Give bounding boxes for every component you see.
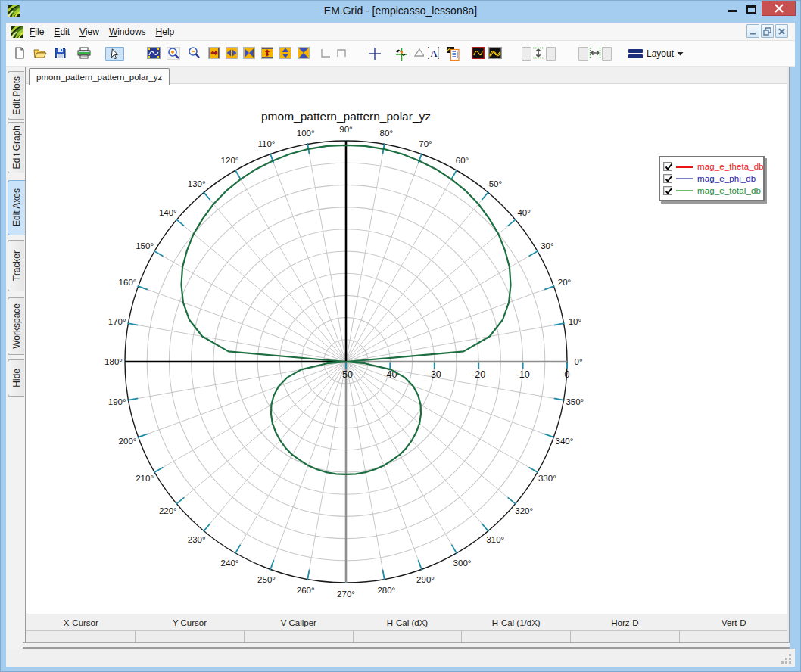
legend-checkbox[interactable] [663, 186, 672, 195]
cursor-value-cell [136, 631, 245, 643]
svg-text:330°: 330° [538, 474, 556, 483]
crosshair-button[interactable] [369, 41, 381, 67]
mdi-restore-button[interactable] [761, 24, 774, 38]
svg-text:10°: 10° [569, 317, 581, 326]
fit-width-left-button[interactable] [578, 41, 588, 67]
plot-window-button[interactable] [472, 41, 485, 67]
shrink-x-icon [226, 47, 238, 61]
sidebar-tab-edit-graph[interactable]: Edit Graph [8, 122, 24, 173]
legend-line-sample [676, 190, 693, 191]
sidebar-tab-tracker[interactable]: Tracker [8, 240, 24, 291]
svg-text:270°: 270° [337, 590, 355, 599]
menu-view[interactable]: View [79, 26, 99, 37]
svg-text:30°: 30° [541, 241, 553, 250]
child-window-bottom-border [23, 642, 790, 649]
shrink-x-button[interactable] [226, 41, 238, 67]
document-tab[interactable]: pmom_pattern_pattern_polar_yz [29, 68, 170, 85]
mdi-minimize-button[interactable] [746, 24, 759, 38]
expand-y-button[interactable] [261, 41, 273, 67]
text-label-button[interactable]: A [428, 41, 439, 67]
zoom-out-button[interactable] [188, 41, 201, 67]
zoom-in-button[interactable] [167, 41, 182, 67]
plot-report-button[interactable] [447, 41, 460, 67]
print-icon [77, 47, 91, 61]
sidebar-tab-hide[interactable]: Hide [8, 359, 24, 397]
svg-text:80°: 80° [380, 129, 393, 138]
legend-line-sample [676, 178, 693, 179]
close-button[interactable] [762, 0, 796, 16]
compress-y-button[interactable] [298, 41, 310, 67]
cursor-value-cell [26, 631, 136, 643]
save-button[interactable] [55, 41, 66, 67]
svg-text:0: 0 [565, 369, 570, 380]
expand-x-button[interactable] [208, 41, 220, 67]
menu-windows[interactable]: Windows [109, 26, 146, 37]
compress-y-icon [298, 47, 310, 61]
shrink-y-button[interactable] [279, 41, 291, 67]
cursor-column-label: H-Cal (1/dX) [462, 618, 571, 627]
svg-text:-30: -30 [428, 369, 441, 380]
text-label-icon: A [428, 47, 439, 61]
svg-text:230°: 230° [188, 535, 206, 544]
svg-text:200°: 200° [119, 437, 137, 446]
resize-grip[interactable] [781, 654, 792, 664]
cursor-value-cell [354, 631, 463, 643]
menu-help[interactable]: Help [156, 26, 175, 37]
fit-height-button[interactable] [532, 41, 544, 67]
svg-text:170°: 170° [108, 317, 126, 326]
svg-text:0°: 0° [575, 357, 583, 366]
menu-file[interactable]: File [30, 26, 44, 37]
chart-title: pmom_pattern_pattern_polar_yz [261, 110, 431, 123]
fit-width-button[interactable] [589, 41, 601, 67]
triangle-marker-button[interactable] [414, 41, 424, 67]
sidebar-tab-workspace[interactable]: Workspace [8, 297, 24, 355]
fit-width-right-button[interactable] [602, 41, 612, 67]
layout-button[interactable]: Layout [628, 41, 684, 67]
svg-text:70°: 70° [419, 139, 432, 148]
compress-x-button[interactable] [243, 41, 255, 67]
sidebar-tab-label: Edit Plots [11, 76, 22, 115]
svg-text:320°: 320° [515, 506, 533, 515]
cursor-value-cell [245, 631, 354, 643]
fit-height-left-button[interactable] [522, 41, 531, 67]
svg-text:250°: 250° [257, 575, 276, 584]
svg-text:290°: 290° [416, 575, 435, 584]
new-document-button[interactable] [14, 41, 25, 67]
plot-window-icon [472, 47, 485, 61]
corner-top-button[interactable] [336, 41, 347, 67]
maximize-button[interactable] [740, 0, 763, 16]
menu-edit[interactable]: Edit [54, 26, 70, 37]
toolbar: ALayout [6, 41, 795, 67]
fit-height-right-button[interactable] [546, 41, 556, 67]
chevron-down-icon [677, 51, 684, 56]
corner-bottom-button[interactable] [320, 41, 331, 67]
cursor-value-cell [680, 631, 788, 643]
legend-box[interactable]: mag_e_theta_dbmag_e_phi_dbmag_e_total_db [659, 156, 765, 201]
fit-plot-button[interactable] [147, 41, 161, 67]
cursor-column-label: Y-Cursor [136, 618, 245, 627]
plots-overlay-button[interactable] [488, 41, 502, 67]
fit-plot-icon [147, 47, 161, 61]
print-button[interactable] [77, 41, 91, 67]
svg-text:-20: -20 [472, 369, 485, 380]
legend-line-sample [676, 166, 693, 168]
svg-text:A: A [431, 48, 438, 59]
legend-checkbox[interactable] [663, 162, 672, 171]
svg-text:310°: 310° [486, 535, 504, 544]
cursor-column-label: Horz-D [571, 618, 680, 627]
open-file-icon [33, 47, 47, 61]
sidebar-tab-label: Edit Axes [11, 188, 22, 226]
fit-width-right-icon [602, 47, 612, 61]
fit-height-right-icon [546, 47, 556, 61]
cursor-column-label: Vert-D [679, 618, 788, 627]
plot-area[interactable]: -50-40-30-20-1000°10°20°30°40°50°60°70°8… [26, 84, 788, 614]
corner-top-icon [336, 47, 347, 61]
open-file-button[interactable] [33, 41, 47, 67]
mdi-close-button[interactable] [775, 24, 788, 38]
pointer-tool-button[interactable] [105, 41, 124, 67]
legend-checkbox[interactable] [663, 174, 672, 183]
status-bar [6, 649, 795, 667]
sidebar-tab-edit-plots[interactable]: Edit Plots [8, 71, 24, 120]
sidebar-tab-edit-axes[interactable]: Edit Axes [8, 180, 25, 235]
tracker-tool-button[interactable] [394, 41, 409, 67]
